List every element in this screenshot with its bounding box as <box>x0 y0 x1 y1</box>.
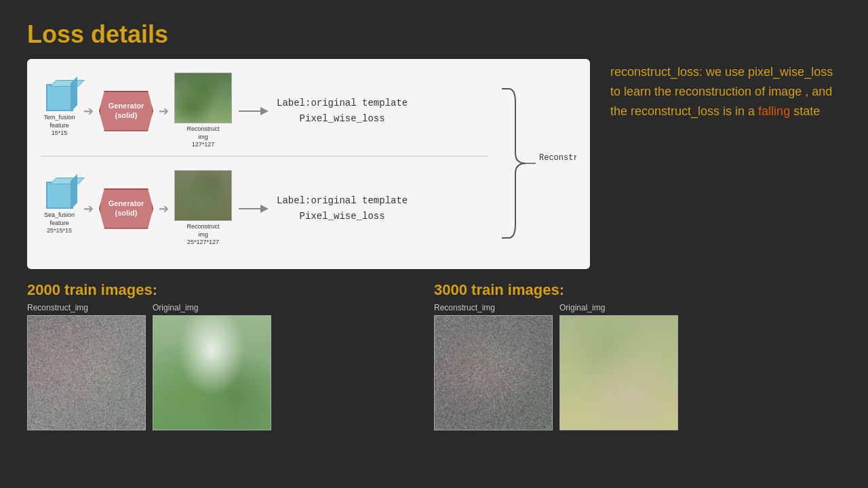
cube-container-1: Tem_fusionfeature15*15 <box>41 84 78 138</box>
svg-text:Reconstruct_loss: Reconstruct_loss <box>539 153 576 163</box>
generator-1: Generator(solid) <box>99 91 153 131</box>
label-text-1: Label:original templatePixel_wise_loss <box>277 96 408 126</box>
arrow-3: ➔ <box>83 201 94 216</box>
brace-svg: Reconstruct_loss <box>495 82 576 245</box>
reconstruct-label-2: Reconstruct_img <box>434 303 553 312</box>
cube-container-2: Sea_fusionfeature25*15*15 <box>41 182 78 235</box>
diagram-rows: Tem_fusionfeature15*15 ➔ Generator(solid… <box>41 73 488 253</box>
cube-label-2: Sea_fusionfeature25*15*15 <box>44 211 75 235</box>
img-group-reconstruct-1: Reconstruct_img <box>27 303 146 430</box>
sidebar-text-highlight: falling <box>758 104 790 118</box>
train-group-1: 2000 train images: Reconstruct_img Origi… <box>27 281 434 430</box>
main-content: Tem_fusionfeature15*15 ➔ Generator(solid… <box>0 59 868 269</box>
arrow-2: ➔ <box>159 104 169 119</box>
reconstruct-img-2 <box>434 315 553 430</box>
sidebar-description: reconstruct_loss: we use pixel_wise_loss… <box>610 59 841 269</box>
cube-2 <box>46 182 73 209</box>
diagram-image-2 <box>174 170 232 221</box>
diagram-row-2: Sea_fusionfeature25*15*15 ➔ Generator(so… <box>41 170 488 247</box>
diagram-box: Tem_fusionfeature15*15 ➔ Generator(solid… <box>27 59 590 269</box>
reconstruct-img-1 <box>27 315 146 430</box>
train-title-1: 2000 train images: <box>27 281 434 299</box>
img-group-original-1: Original_img <box>153 303 271 430</box>
bottom-section: 2000 train images: Reconstruct_img Origi… <box>0 269 868 430</box>
cube-label-1: Tem_fusionfeature15*15 <box>43 114 75 138</box>
images-row-1: Reconstruct_img Original_img <box>27 303 434 430</box>
original-img-2 <box>559 315 678 430</box>
reconstruct-label-1: Reconstruct_img <box>27 303 146 312</box>
double-arrow-1 <box>237 103 271 119</box>
train-group-2: 3000 train images: Reconstruct_img Origi… <box>434 281 841 430</box>
train-title-2: 3000 train images: <box>434 281 841 299</box>
sidebar-text-after: state <box>790 104 820 118</box>
arrow-4: ➔ <box>159 201 169 216</box>
label-text-2: Label:original templatePixel_wise_loss <box>277 193 408 224</box>
img-container-2: Reconstructimg25*127*127 <box>174 170 232 247</box>
original-label-1: Original_img <box>153 303 271 312</box>
generator-2: Generator(solid) <box>99 188 153 229</box>
page-title: Loss details <box>0 0 868 59</box>
img-group-original-2: Original_img <box>559 303 678 430</box>
original-label-2: Original_img <box>559 303 678 312</box>
diagram-img-label-1: Reconstructimg127*127 <box>186 125 219 149</box>
double-arrow-2 <box>237 201 271 217</box>
original-img-1 <box>153 315 271 430</box>
img-container-1: Reconstructimg127*127 <box>174 73 232 149</box>
img-group-reconstruct-2: Reconstruct_img <box>434 303 553 430</box>
brace-area: Reconstruct_loss <box>495 73 576 253</box>
arrow-1: ➔ <box>83 104 94 119</box>
cube-1 <box>46 84 73 111</box>
images-row-2: Reconstruct_img Original_img <box>434 303 841 430</box>
diagram-row-1: Tem_fusionfeature15*15 ➔ Generator(solid… <box>41 73 488 149</box>
diagram-img-label-2: Reconstructimg25*127*127 <box>186 223 219 247</box>
diagram-image-1 <box>174 73 232 123</box>
